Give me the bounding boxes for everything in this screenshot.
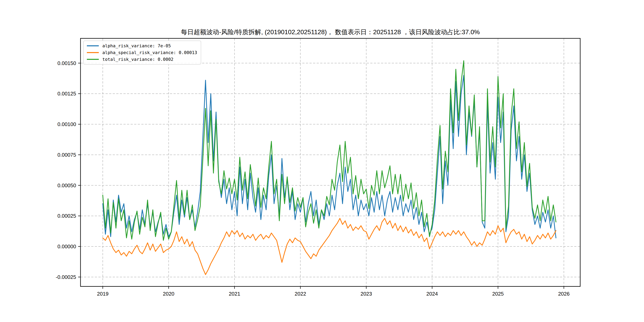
y-tick-label: 0.00125 bbox=[58, 91, 76, 96]
x-tick-label: 2022 bbox=[294, 291, 306, 297]
legend-item: total_risk_variance: 0.0002 bbox=[87, 57, 197, 62]
x-tick-label: 2020 bbox=[163, 291, 174, 297]
y-tick-label: 0.00100 bbox=[58, 121, 76, 127]
x-tick-label: 2021 bbox=[229, 291, 240, 297]
legend-label: alpha_risk_variance: 7e-05 bbox=[102, 43, 171, 48]
y-tick-label: 0.00050 bbox=[58, 182, 76, 188]
x-tick-label: 2024 bbox=[426, 291, 438, 297]
legend-item: alpha_risk_variance: 7e-05 bbox=[87, 43, 197, 48]
x-tick-label: 2019 bbox=[97, 291, 108, 297]
x-tick-label: 2025 bbox=[492, 291, 504, 297]
legend-label: total_risk_variance: 0.0002 bbox=[102, 57, 174, 62]
y-tick-label: 0.00150 bbox=[58, 60, 76, 66]
legend-swatch-alpha_risk_variance bbox=[87, 45, 99, 46]
y-tick-label: 0.00000 bbox=[58, 244, 76, 250]
legend-box: alpha_risk_variance: 7e-05alpha_special_… bbox=[83, 40, 201, 64]
y-tick-label: -0.00025 bbox=[56, 274, 76, 280]
y-tick-label: 0.00025 bbox=[58, 213, 76, 219]
legend-item: alpha_special_risk_variance: 0.00013 bbox=[87, 50, 197, 55]
figure: 每日超额波动-风险/特质拆解, (20190102,20251128)， 数值表… bbox=[0, 0, 644, 322]
legend-swatch-alpha_special_risk_variance bbox=[87, 52, 99, 53]
axes-frame bbox=[80, 38, 580, 286]
y-tick-label: 0.00075 bbox=[58, 152, 76, 158]
x-tick-label: 2026 bbox=[558, 291, 570, 297]
legend-label: alpha_special_risk_variance: 0.00013 bbox=[102, 50, 197, 55]
x-tick-label: 2023 bbox=[360, 291, 372, 297]
legend-swatch-total_risk_variance bbox=[87, 59, 99, 60]
